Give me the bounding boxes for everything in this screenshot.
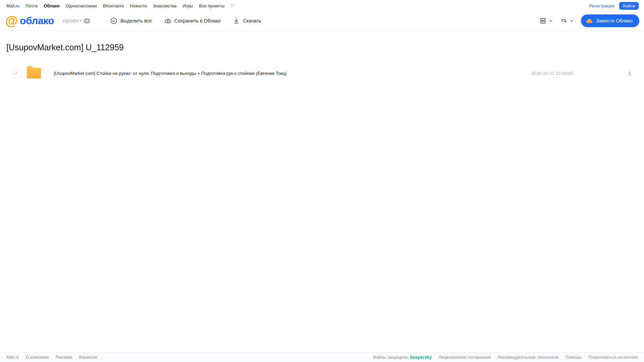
sort-dropdown[interactable] xyxy=(560,17,574,24)
footer-report-link[interactable]: Пожаловаться на контент xyxy=(588,355,638,360)
cloud-header: @ облако проект vk Выделить все Сохранит… xyxy=(0,11,644,31)
sort-icon xyxy=(560,17,567,24)
kaspersky-logo[interactable]: kaspersky xyxy=(410,355,432,360)
create-cloud-button[interactable]: Завести Облако xyxy=(581,14,639,27)
check-icon xyxy=(14,71,19,75)
chevron-down-icon xyxy=(548,18,553,23)
portal-navbar: Mail.ru Почта Облако Одноклассники ВКонт… xyxy=(0,0,644,11)
header-right-controls: Завести Облако xyxy=(539,14,639,27)
registration-link[interactable]: Регистрация xyxy=(589,3,614,8)
nav-mailru[interactable]: Mail.ru xyxy=(6,3,19,8)
select-all-button[interactable]: Выделить все xyxy=(110,17,152,24)
save-to-cloud-label: Сохранить в Облако xyxy=(175,18,221,23)
protected-label: Файлы защищены xyxy=(373,355,408,360)
file-row[interactable]: [UsupovMarket.com] Стойки на руках: от н… xyxy=(6,65,638,81)
main-content: [UsupovMarket.com] U_112959 [UsupovMarke… xyxy=(0,43,644,81)
cloud-upload-icon xyxy=(164,17,171,24)
nav-vkontakte[interactable]: ВКонтакте xyxy=(103,3,124,8)
chevron-down-icon xyxy=(569,18,574,23)
download-button[interactable]: Скачать xyxy=(233,17,261,24)
footer-mailru-link[interactable]: Mail.ru xyxy=(6,355,19,360)
kaspersky-protection: Файлы защищены kaspersky xyxy=(373,355,432,360)
footer-recommendations-link[interactable]: Рекомендательные технологии xyxy=(498,355,558,360)
download-label: Скачать xyxy=(243,18,261,23)
portal-nav-links: Mail.ru Почта Облако Одноклассники ВКонт… xyxy=(6,3,235,8)
create-cloud-label: Завести Облако xyxy=(596,18,633,23)
footer-license-link[interactable]: Лицензионное соглашение xyxy=(439,355,491,360)
file-toolbar: Выделить все Сохранить в Облако Скачать xyxy=(110,17,261,24)
apps-grid-icon[interactable] xyxy=(230,4,235,8)
cloud-logo[interactable]: @ облако xyxy=(5,14,54,27)
file-date: 2020-10-22 22:59:00 xyxy=(531,71,573,76)
nav-oblako[interactable]: Облако xyxy=(44,3,60,8)
logo-divider xyxy=(59,17,59,24)
orange-cloud-icon xyxy=(585,17,594,25)
footer-about-link[interactable]: О компании xyxy=(26,355,49,360)
nav-pochta[interactable]: Почта xyxy=(26,3,38,8)
select-all-label: Выделить все xyxy=(120,18,152,23)
file-name-link[interactable]: [UsupovMarket.com] Стойки на руках: от н… xyxy=(54,71,287,76)
vk-badge-icon: vk xyxy=(84,18,90,23)
footer-ads-link[interactable]: Реклама xyxy=(55,355,72,360)
footer-left-links: Mail.ru О компании Реклама Вакансии xyxy=(6,355,98,360)
footer-jobs-link[interactable]: Вакансии xyxy=(79,355,98,360)
nav-novosti[interactable]: Новости xyxy=(130,3,147,8)
mailru-at-icon: @ xyxy=(5,14,18,27)
footer-right-links: Файлы защищены kaspersky Лицензионное со… xyxy=(373,355,638,360)
cloud-logo-text: облако xyxy=(20,15,54,27)
login-button[interactable]: Войти xyxy=(619,2,639,10)
list-view-icon xyxy=(539,17,547,24)
portal-nav-auth: Регистрация Войти xyxy=(589,2,639,10)
footer-help-link[interactable]: Помощь xyxy=(565,355,581,360)
save-to-cloud-button[interactable]: Сохранить в Облако xyxy=(164,17,221,24)
folder-icon xyxy=(27,68,41,79)
view-mode-dropdown[interactable] xyxy=(539,17,553,24)
download-icon xyxy=(233,17,240,24)
page-title: [UsupovMarket.com] U_112959 xyxy=(6,43,638,52)
nav-vse-proekty[interactable]: Все проекты xyxy=(199,3,225,8)
row-download-icon[interactable] xyxy=(626,70,633,76)
page-footer: Mail.ru О компании Реклама Вакансии Файл… xyxy=(0,352,644,362)
nav-znakomstva[interactable]: Знакомства xyxy=(153,3,177,8)
nav-odnoklassniki[interactable]: Одноклассники xyxy=(66,3,97,8)
project-label: проект xyxy=(63,18,82,24)
row-checkbox[interactable] xyxy=(11,68,21,78)
check-circle-icon xyxy=(110,17,117,24)
nav-igry[interactable]: Игры xyxy=(183,3,193,8)
cloud-mailru-page: Mail.ru Почта Облако Одноклассники ВКонт… xyxy=(0,0,644,362)
